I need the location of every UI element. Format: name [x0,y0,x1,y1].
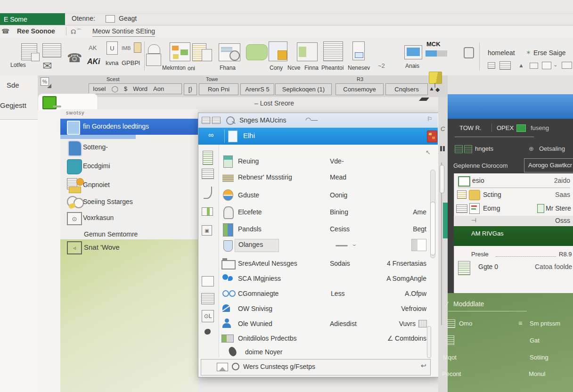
mck-progress-fill [426,50,437,57]
button-chevron[interactable]: [⟩ [184,83,197,95]
hngets-icon-2[interactable] [464,145,472,153]
rightpanel-hngets[interactable]: hngets [475,145,493,152]
contact-card-icon[interactable] [42,43,61,57]
plus-circle-icon[interactable]: ⊕ [529,145,534,152]
dialog-scrollbar-lower[interactable] [427,326,431,358]
green-r1-left[interactable]: Omo [459,320,472,327]
caret-down-icon[interactable]: ⌄ [553,62,557,68]
ribbon-label-aki[interactable]: AKi [87,57,100,66]
left-item-gegjestt[interactable]: Gegjestt [0,101,26,109]
rightpanel-subhead-box[interactable]: Aorogo Gawtkcr [524,158,573,172]
ribbon-label-ak[interactable]: AK [89,44,97,51]
fhana-screen-icon[interactable] [219,43,240,61]
row5-slider-icon[interactable] [336,245,348,246]
rail-ql-icon[interactable]: ⊙L [202,310,214,322]
pheantoi-columns-icon[interactable] [323,41,343,61]
button-seplickoqen[interactable]: Seplickoqen (1) [275,83,332,95]
button-dollar[interactable]: $ [124,85,127,92]
rail-doc-fold-icon[interactable] [202,276,214,286]
sort-up-icon[interactable]: ▲ [429,85,434,92]
nenesev-window-icon[interactable] [352,41,365,60]
button-word[interactable]: Word [133,85,147,92]
red-badge-icon[interactable] [427,131,437,142]
button-ron-pni[interactable]: Ron Pni [199,83,238,95]
green-r2-right[interactable]: Gat [530,337,540,344]
ribbon-label-gpbpl[interactable]: GPBPl [122,59,140,66]
rp-list-6-label[interactable]: Ggte 0 [478,263,498,270]
print-icon[interactable] [488,62,495,69]
document-tab[interactable]: E Some [0,13,65,25]
mekrnton-table-icon[interactable] [170,42,190,61]
imb-doc-icon[interactable] [134,42,141,53]
green-r3-left[interactable]: Mqot [443,354,457,361]
row5-box-icon[interactable] [411,239,426,251]
triangle-icon[interactable]: ▲ [518,62,524,69]
rail-boxed-icon[interactable]: ▣ [202,225,212,236]
rp-list-1-label[interactable]: Scting [483,191,501,198]
green-r4-left[interactable]: Pecont [442,370,461,377]
cony-lock [278,50,287,60]
rp-list-0-label[interactable]: esio [472,177,484,184]
rail-news-icon[interactable] [201,293,214,304]
button-consemoye[interactable]: Consemoye [336,83,384,95]
small-window-icon-2[interactable] [542,62,551,69]
ribbon-label-homeleat[interactable]: homeleat [488,49,515,57]
rightpanel-tab-opex[interactable]: OPEX [497,124,514,131]
rightpanel-tab-underline [455,137,534,137]
menu-item-ree-soonoe[interactable]: Ree Soonoe [17,27,55,35]
rail-list-green-icon[interactable] [203,151,213,165]
green-r4-right[interactable]: Monul [529,370,545,377]
pages-icon[interactable] [499,61,511,70]
rail-grid-icon[interactable] [202,207,213,216]
button-arenrs[interactable]: ArenrS 5 [240,83,274,95]
row6-c3: 4 Fnsertasias [375,260,426,267]
rail-list-gray-icon[interactable] [202,169,214,179]
footer-return-icon[interactable]: ↩ [421,362,426,369]
rightpanel-oetsaling[interactable]: Oetsaling [539,145,565,152]
rp-list-2-label[interactable]: Eomg [483,204,500,212]
row4-c2: Cesiss [330,225,350,233]
person-silhouette-icon[interactable] [148,44,160,54]
hngets-icon-1[interactable] [455,145,463,153]
button-cnqlsers[interactable]: Cnqlsers [385,83,428,95]
rightpanel-tab-towr[interactable]: TOW R. [459,124,482,131]
dialog-view-icon-1[interactable] [202,117,210,124]
phone-icon[interactable]: ☎ [67,51,82,65]
dialog-view-icon-2[interactable] [212,117,221,124]
green-blob-icon[interactable] [246,44,268,60]
row6-folder-tab [222,258,227,260]
finna-sheet-icon[interactable] [297,42,318,61]
clipboard-icon[interactable] [464,47,474,58]
rp-list-5-label[interactable]: Presle [471,251,489,258]
ribbon-label-pheantoi: Pheantoi [321,65,344,71]
monitor-u-icon[interactable]: U [106,41,118,55]
opex-green-checkbox[interactable] [516,124,526,132]
row7-paw-icon-a [222,274,228,280]
small-window-icon-1[interactable] [530,63,538,69]
cony-doc-icon[interactable] [269,41,287,61]
anais-monitor-icon[interactable] [404,45,422,59]
hamburger-icon: ≡ [518,319,522,327]
menu-item-geagt[interactable]: Geagt [119,15,137,22]
left-item-sde[interactable]: Sde [7,81,19,89]
button-aon[interactable]: Aon [153,85,164,92]
segmented-toolbar-group[interactable]: Iosel ◯ $ Word Aon [89,83,182,94]
dialog-scrollbar-thumb[interactable] [430,202,435,255]
envelope-icon[interactable]: ✉ [42,59,52,73]
strip-bars-icon-2 [443,146,445,151]
strip-scroll-thumb[interactable] [440,165,444,193]
green-r1-right[interactable]: Sm pntssm [530,320,560,327]
rightpanel-tab-fuseng[interactable]: fuseng [531,124,549,131]
menu-item-meow-sontise[interactable]: Meow Sontise SEting [92,27,155,37]
green-r3-right[interactable]: Sotiing [530,354,548,361]
small-window-icon-3[interactable] [562,62,572,69]
ribbon-label-erse-saige[interactable]: Erse Saige [533,49,565,57]
dialog-flag-icon[interactable]: ⚐ [427,115,433,122]
anchor-diamond-icon[interactable]: ◆ [435,86,440,93]
rightpanel-green-bottom [448,293,573,392]
yellow-cube-icon[interactable] [429,72,442,84]
ribbon-label-kvna[interactable]: kvna [106,59,118,66]
sidebar-green-section [60,239,198,392]
menu-item-otenne[interactable]: Otenne: [72,15,95,22]
button-iosel[interactable]: Iosel [93,85,106,92]
